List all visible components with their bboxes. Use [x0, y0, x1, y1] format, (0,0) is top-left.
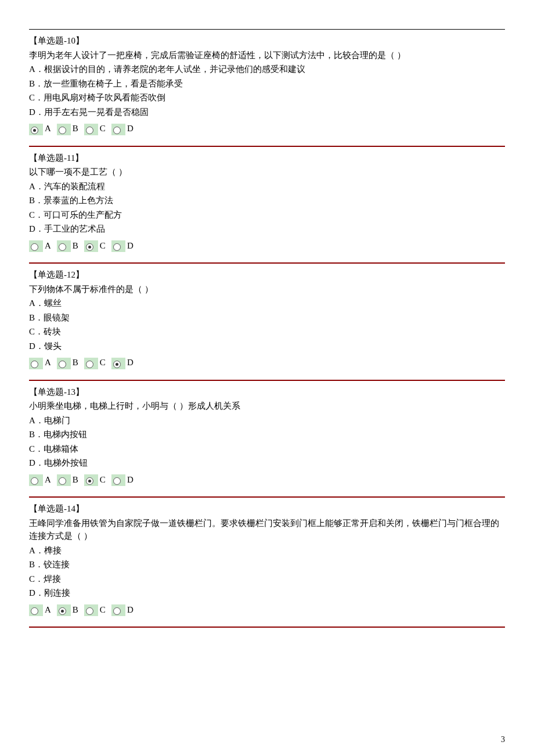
option-text: C．可口可乐的生产配方 — [29, 208, 505, 222]
radio-choice[interactable] — [111, 604, 125, 616]
answer-row: ABCD — [29, 603, 505, 617]
choice-label: D — [126, 473, 134, 487]
option-text: D．刚连接 — [29, 586, 505, 600]
choice-label: B — [71, 473, 78, 487]
radio-choice[interactable] — [29, 474, 43, 486]
choice-label: A — [44, 239, 51, 253]
choice-label: D — [126, 122, 134, 135]
choice-label: A — [44, 603, 51, 617]
radio-choice[interactable] — [29, 124, 43, 135]
radio-choice[interactable] — [57, 358, 71, 369]
choice-label: B — [71, 356, 78, 369]
choice-label: C — [99, 603, 106, 617]
option-text: B．铰连接 — [29, 558, 505, 571]
question-title: 【单选题-12】 — [29, 268, 505, 282]
question-block: 【单选题-13】小明乘坐电梯，电梯上行时，小明与（ ）形成人机关系A．电梯门B．… — [29, 380, 505, 487]
option-text: B．景泰蓝的上色方法 — [29, 194, 505, 207]
option-text: A．螺丝 — [29, 297, 505, 310]
radio-choice[interactable] — [57, 604, 71, 616]
choice-label: B — [71, 122, 78, 135]
option-text: D．用手左右晃一晃看是否稳固 — [29, 106, 505, 119]
choice-label: D — [126, 239, 134, 253]
choice-label: A — [44, 473, 51, 487]
option-text: A．根据设计的目的，请养老院的老年人试坐，并记录他们的感受和建议 — [29, 63, 505, 76]
choice-label: C — [99, 356, 106, 369]
question-title: 【单选题-10】 — [29, 34, 505, 48]
radio-choice[interactable] — [84, 124, 98, 135]
question-block: 【单选题-11】以下哪一项不是工艺（ ）A．汽车的装配流程B．景泰蓝的上色方法C… — [29, 146, 505, 253]
option-text: C．用电风扇对椅子吹风看能否吹倒 — [29, 91, 505, 105]
radio-choice[interactable] — [111, 240, 125, 252]
question-title: 【单选题-11】 — [29, 152, 505, 165]
option-text: C．电梯箱体 — [29, 442, 505, 456]
option-text: A．榫接 — [29, 544, 505, 557]
answer-row: ABCD — [29, 239, 505, 253]
radio-choice[interactable] — [57, 240, 71, 252]
question-block: 【单选题-10】李明为老年人设计了一把座椅，完成后需验证座椅的舒适性，以下测试方… — [29, 29, 505, 135]
radio-choice[interactable] — [84, 604, 98, 616]
question-stem: 以下哪一项不是工艺（ ） — [29, 165, 505, 179]
choice-label: D — [126, 356, 134, 369]
option-text: B．眼镜架 — [29, 311, 505, 325]
choice-label: C — [99, 239, 106, 253]
question-stem: 下列物体不属于标准件的是（ ） — [29, 283, 505, 296]
answer-row: ABCD — [29, 473, 505, 487]
option-text: D．电梯外按钮 — [29, 456, 505, 470]
radio-choice[interactable] — [84, 240, 98, 252]
option-text: A．电梯门 — [29, 414, 505, 427]
radio-choice[interactable] — [57, 124, 71, 135]
radio-choice[interactable] — [29, 604, 43, 616]
question-title: 【单选题-13】 — [29, 386, 505, 399]
radio-choice[interactable] — [111, 124, 125, 135]
radio-choice[interactable] — [84, 474, 98, 486]
choice-label: A — [44, 122, 51, 135]
radio-choice[interactable] — [57, 474, 71, 486]
choice-label: A — [44, 356, 51, 369]
radio-choice[interactable] — [84, 358, 98, 369]
option-text: B．放一些重物在椅子上，看是否能承受 — [29, 77, 505, 91]
radio-choice[interactable] — [29, 240, 43, 252]
question-stem: 王峰同学准备用铁管为自家院子做一道铁栅栏门。要求铁栅栏门安装到门框上能够正常开启… — [29, 517, 505, 543]
choice-label: D — [126, 603, 134, 617]
question-stem: 李明为老年人设计了一把座椅，完成后需验证座椅的舒适性，以下测试方法中，比较合理的… — [29, 49, 505, 62]
answer-row: ABCD — [29, 356, 505, 369]
answer-row: ABCD — [29, 122, 505, 135]
question-stem: 小明乘坐电梯，电梯上行时，小明与（ ）形成人机关系 — [29, 399, 505, 413]
choice-label: B — [71, 603, 78, 617]
option-text: A．汽车的装配流程 — [29, 180, 505, 193]
option-text: C．砖块 — [29, 325, 505, 339]
question-block: 【单选题-14】王峰同学准备用铁管为自家院子做一道铁栅栏门。要求铁栅栏门安装到门… — [29, 496, 505, 616]
option-text: B．电梯内按钮 — [29, 428, 505, 441]
option-text: D．馒头 — [29, 340, 505, 353]
option-text: D．手工业的艺术品 — [29, 222, 505, 236]
question-block: 【单选题-12】下列物体不属于标准件的是（ ）A．螺丝B．眼镜架C．砖块D．馒头… — [29, 262, 505, 369]
question-title: 【单选题-14】 — [29, 502, 505, 516]
radio-choice[interactable] — [29, 358, 43, 369]
radio-choice[interactable] — [111, 358, 125, 369]
choice-label: B — [71, 239, 78, 253]
radio-choice[interactable] — [111, 474, 125, 486]
choice-label: C — [99, 473, 106, 487]
option-text: C．焊接 — [29, 573, 505, 586]
choice-label: C — [99, 122, 106, 135]
